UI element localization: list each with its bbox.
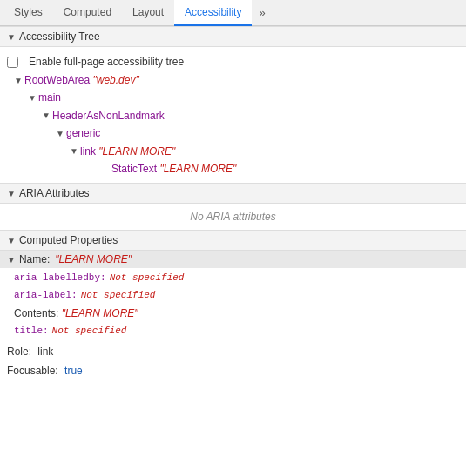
prop-focusable: Focusable: true	[7, 362, 459, 381]
tree-node-rootwebarea[interactable]: ▼ RootWebArea "web.dev"	[14, 71, 459, 89]
prop-role-key: Role:	[7, 343, 31, 362]
node-toggle-main: ▼	[28, 91, 38, 105]
tree-node-main[interactable]: ▼ main	[14, 89, 459, 106]
tab-computed-label: Computed	[64, 6, 111, 18]
prop-aria-labelledby-value: Not specified	[110, 271, 185, 286]
prop-role-value-text: link	[37, 343, 53, 362]
tab-layout-label: Layout	[132, 6, 164, 18]
prop-aria-label: aria-label: Not specified	[0, 287, 466, 305]
tab-accessibility-label: Accessibility	[185, 6, 241, 18]
enable-full-page-label: Enable full-page accessibility tree	[29, 56, 184, 68]
tree-node-statictext[interactable]: StaticText "LEARN MORE"	[14, 160, 459, 178]
prop-contents-value: "LEARN MORE"	[62, 305, 138, 322]
computed-name-row: ▼ Name: "LEARN MORE"	[0, 251, 466, 268]
node-value-statictext: "LEARN MORE"	[159, 160, 236, 178]
tree-node-header[interactable]: ▼ HeaderAsNonLandmark	[14, 107, 459, 124]
aria-attributes-toggle-icon: ▼	[7, 189, 16, 198]
node-name-rootwebarea: RootWebArea	[24, 71, 90, 89]
tab-more-label: »	[259, 6, 265, 19]
computed-sub-properties: aria-labelledby: Not specified aria-labe…	[0, 268, 466, 341]
prop-contents: Contents: "LEARN MORE"	[0, 305, 466, 323]
node-name-link: link	[80, 143, 96, 160]
tab-bar: Styles Computed Layout Accessibility »	[0, 0, 466, 26]
aria-attributes-label: ARIA Attributes	[19, 187, 90, 199]
computed-properties-section: ▼ Name: "LEARN MORE" aria-labelledby: No…	[0, 251, 466, 382]
tree-node-link[interactable]: ▼ link "LEARN MORE"	[14, 143, 459, 160]
accessibility-tree-section: Enable full-page accessibility tree ▼ Ro…	[0, 47, 466, 183]
tab-styles[interactable]: Styles	[3, 0, 53, 26]
tab-more[interactable]: »	[252, 0, 272, 25]
tree-node-generic[interactable]: ▼ generic	[14, 124, 459, 142]
tab-computed[interactable]: Computed	[53, 0, 122, 26]
node-value-rootwebarea: "web.dev"	[93, 71, 139, 89]
aria-empty-message: No ARIA attributes	[190, 211, 275, 223]
bottom-properties: Role: link Focusable: true	[0, 341, 466, 382]
tree-nodes: ▼ RootWebArea "web.dev" ▼ main ▼ HeaderA…	[7, 71, 459, 178]
prop-focusable-value-text: true	[64, 362, 83, 381]
node-name-statictext: StaticText	[111, 160, 157, 178]
enable-full-page-row: Enable full-page accessibility tree	[7, 52, 459, 71]
prop-aria-label-value: Not specified	[81, 288, 156, 304]
node-toggle-header: ▼	[42, 108, 52, 123]
aria-attributes-empty: No ARIA attributes	[0, 204, 466, 230]
prop-aria-labelledby: aria-labelledby: Not specified	[0, 270, 466, 287]
computed-name-key: Name:	[19, 253, 50, 265]
tab-styles-label: Styles	[14, 6, 43, 18]
node-value-link: "LEARN MORE"	[98, 143, 175, 160]
computed-name-value: "LEARN MORE"	[55, 253, 132, 265]
prop-contents-key: Contents:	[14, 305, 62, 322]
prop-title-key: title:	[14, 324, 49, 339]
accessibility-tree-header[interactable]: ▼ Accessibility Tree	[0, 26, 466, 47]
prop-title: title: Not specified	[0, 323, 466, 340]
enable-full-page-checkbox[interactable]	[7, 57, 18, 68]
node-toggle-link: ▼	[70, 144, 80, 158]
node-toggle-statictext	[101, 162, 111, 177]
tab-layout[interactable]: Layout	[122, 0, 174, 26]
aria-attributes-header[interactable]: ▼ ARIA Attributes	[0, 183, 466, 204]
accessibility-tree-toggle-icon: ▼	[7, 32, 16, 42]
node-name-generic: generic	[66, 124, 100, 142]
computed-properties-toggle-icon: ▼	[7, 236, 16, 245]
prop-aria-labelledby-key: aria-labelledby:	[14, 271, 106, 286]
computed-properties-header[interactable]: ▼ Computed Properties	[0, 230, 466, 251]
prop-title-value: Not specified	[52, 324, 127, 339]
prop-focusable-key: Focusable:	[7, 362, 58, 381]
node-toggle-generic: ▼	[56, 126, 66, 141]
node-name-header: HeaderAsNonLandmark	[52, 107, 165, 124]
prop-aria-label-key: aria-label:	[14, 288, 78, 304]
computed-name-toggle-icon: ▼	[7, 255, 16, 265]
node-name-main: main	[38, 89, 61, 106]
accessibility-tree-label: Accessibility Tree	[19, 30, 100, 43]
prop-role: Role: link	[7, 343, 459, 362]
panel: ▼ Accessibility Tree Enable full-page ac…	[0, 26, 466, 476]
tab-accessibility[interactable]: Accessibility	[174, 0, 252, 26]
computed-properties-label: Computed Properties	[19, 234, 118, 246]
node-toggle-root: ▼	[14, 73, 24, 88]
